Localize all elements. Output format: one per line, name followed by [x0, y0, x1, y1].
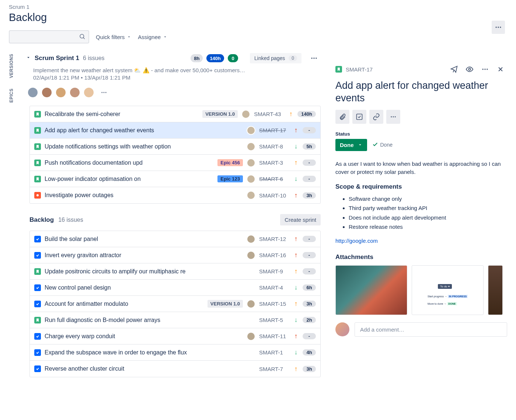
detail-actions-more-button[interactable]: [386, 110, 400, 124]
story-icon: [34, 176, 41, 182]
detail-description[interactable]: As a user I want to know when bad weathe…: [335, 160, 507, 176]
svg-point-14: [487, 69, 488, 70]
detail-more-button[interactable]: [478, 63, 492, 76]
search-input-wrapper[interactable]: [9, 30, 89, 43]
issue-row[interactable]: Update positronic circuits to amplify ou…: [30, 263, 320, 280]
issue-key[interactable]: SMART-7: [259, 366, 289, 372]
avatar[interactable]: [83, 87, 94, 98]
backlog-issue-count: 16 issues: [58, 217, 83, 223]
estimate-badge: -: [303, 333, 316, 339]
svg-point-1: [498, 27, 499, 28]
assignee-avatar[interactable]: [247, 251, 255, 260]
version-tag[interactable]: VERSION 1.0: [208, 300, 243, 308]
sprint-dates: 02/Apr/18 1:21 PM • 13/Apr/18 1:21 PM: [33, 74, 321, 81]
issue-row[interactable]: Investigate power outagesSMART-10↑3h: [30, 187, 320, 203]
issue-row[interactable]: Reverse another cluster circuitSMART-7↑3…: [30, 361, 320, 377]
sprint-more-button[interactable]: [307, 52, 321, 65]
issue-row[interactable]: Charge every warp conduitSMART-11↑-: [30, 328, 320, 344]
issue-summary: New control panel design: [45, 284, 255, 291]
link-button[interactable]: [369, 110, 383, 124]
scope-heading: Scope & requirements: [335, 183, 507, 190]
detail-title[interactable]: Add app alert for changed weather events: [335, 80, 507, 105]
issue-row[interactable]: Update notifications settings with weath…: [30, 139, 320, 155]
search-input[interactable]: [13, 34, 79, 40]
linked-pages-button[interactable]: Linked pages 0: [250, 53, 301, 63]
avatars-more-button[interactable]: [97, 86, 111, 99]
issue-row[interactable]: Account for antimatter modulatoVERSION 1…: [30, 296, 320, 312]
watch-button[interactable]: [463, 63, 476, 76]
assignee-avatar[interactable]: [241, 110, 250, 119]
issue-key[interactable]: SMART-17: [259, 127, 289, 133]
issue-row[interactable]: Invert every graviton attractorSMART-16↑…: [30, 247, 320, 263]
issue-row[interactable]: Add app alert for changed weather events…: [30, 122, 320, 139]
quick-filters-dropdown[interactable]: Quick filters: [96, 34, 131, 40]
assignee-avatar[interactable]: [247, 332, 255, 341]
priority-icon: ↑: [293, 192, 299, 199]
assignee-avatar[interactable]: [247, 158, 255, 167]
story-icon: [34, 268, 41, 275]
svg-point-17: [393, 116, 394, 117]
assignee-dropdown[interactable]: Assignee: [138, 34, 167, 40]
close-detail-button[interactable]: [494, 63, 507, 76]
comment-input[interactable]: Add a comment…: [355, 322, 507, 337]
issue-key[interactable]: SMART-11: [259, 333, 289, 339]
more-actions-button[interactable]: [492, 21, 505, 34]
issue-row[interactable]: Low-power indicator optimasation onEpic …: [30, 171, 320, 187]
avatar[interactable]: [27, 87, 38, 98]
version-tag[interactable]: VERSION 1.0: [202, 110, 238, 118]
give-feedback-button[interactable]: [447, 63, 461, 76]
assignee-avatar[interactable]: [247, 235, 255, 244]
issue-summary: Reverse another cluster circuit: [45, 365, 255, 372]
assignee-avatar[interactable]: [247, 126, 255, 135]
issue-key[interactable]: SMART-16: [259, 252, 289, 258]
assignee-avatar[interactable]: [247, 300, 255, 308]
attach-button[interactable]: [335, 110, 349, 124]
issue-row[interactable]: New control panel designSMART-4↓6h: [30, 280, 320, 296]
issue-row[interactable]: Expand the subspace wave in order to eng…: [30, 344, 320, 361]
epic-tag[interactable]: Epic 123: [217, 175, 243, 182]
attachment-thumbnail[interactable]: [335, 265, 407, 315]
issue-row[interactable]: Recalibrate the semi-cohererVERSION 1.0S…: [30, 106, 320, 122]
description-link[interactable]: http://google.com: [335, 238, 378, 244]
avatar[interactable]: [41, 87, 52, 98]
issue-key[interactable]: SMART-3: [259, 160, 289, 166]
issue-row[interactable]: Push notifications documentation updEpic…: [30, 155, 320, 171]
issue-key[interactable]: SMART-9: [259, 268, 289, 274]
checklist-button[interactable]: [352, 110, 366, 124]
svg-point-2: [500, 27, 501, 28]
assignee-avatar[interactable]: [247, 142, 255, 151]
svg-point-12: [482, 69, 484, 70]
epic-tag[interactable]: Epic 456: [217, 159, 243, 166]
issue-key[interactable]: SMART-43: [254, 111, 284, 117]
avatar[interactable]: [69, 87, 80, 98]
status-field-label: Status: [335, 131, 507, 137]
detail-issue-key[interactable]: SMART-17: [346, 66, 373, 73]
scope-item: Third party weather tracking API: [349, 203, 507, 213]
svg-point-13: [484, 69, 485, 70]
estimate-badge: 3h: [303, 366, 316, 372]
sprint-collapse-toggle[interactable]: [26, 55, 31, 62]
create-sprint-button[interactable]: Create sprint: [280, 214, 321, 225]
priority-icon: ↓: [293, 175, 299, 183]
issue-row[interactable]: Build the solar panelSMART-12↑-: [30, 231, 320, 247]
issue-key[interactable]: SMART-15: [259, 301, 289, 307]
issue-key[interactable]: SMART-5: [259, 317, 289, 323]
issue-key[interactable]: SMART-8: [259, 143, 289, 150]
attachment-thumbnail[interactable]: [488, 265, 503, 315]
avatar[interactable]: [55, 87, 66, 98]
issue-summary: Add app alert for changed weather events: [45, 127, 243, 134]
issue-key[interactable]: SMART-10: [259, 192, 289, 199]
issue-key[interactable]: SMART-4: [259, 284, 289, 291]
breadcrumb[interactable]: Scrum 1: [9, 0, 321, 10]
issue-key[interactable]: SMART-6: [259, 176, 289, 182]
attachment-thumbnail[interactable]: To do ▾ Start progress → IN PROGRESS Mov…: [412, 265, 484, 315]
versions-tab[interactable]: VERSIONS: [9, 54, 26, 78]
assignee-avatar[interactable]: [247, 175, 255, 183]
assignee-avatar[interactable]: [247, 191, 255, 200]
epics-tab[interactable]: EPICS: [9, 88, 26, 103]
issue-key[interactable]: SMART-12: [259, 236, 289, 242]
status-dropdown[interactable]: Done: [335, 139, 367, 151]
issue-row[interactable]: Run full diagnostic on B-model power arr…: [30, 312, 320, 328]
issue-key[interactable]: SMART-1: [259, 349, 289, 356]
issue-summary: Build the solar panel: [45, 236, 243, 242]
